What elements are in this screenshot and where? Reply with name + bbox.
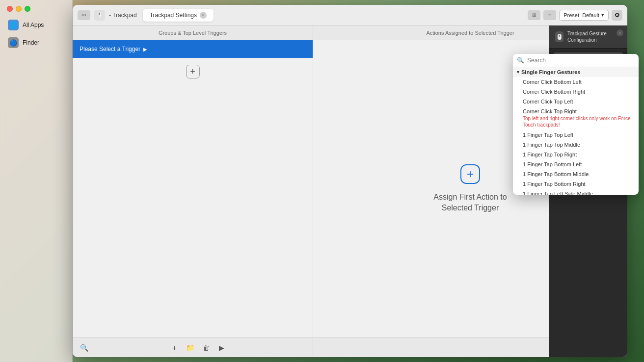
add-folder-button[interactable]: 📁 [185,342,196,353]
section-chevron-icon: ▾ [517,70,519,75]
left-panel: Groups & Top Level Triggers Please Selec… [73,26,313,357]
folder-icon: 📁 [186,344,194,352]
finder-icon: 🔵 [8,37,19,48]
assign-action-text: Assign First Action to Selected Trigger [433,192,507,214]
dropdown-search-icon: 🔍 [517,57,524,64]
left-panel-header: Groups & Top Level Triggers [73,26,313,40]
add-trigger-button[interactable]: + [186,65,200,78]
search-icon: 🔍 [80,344,88,352]
gear-icon: ⚙ [615,12,620,19]
sidebar-item-all-apps[interactable]: 🌐 All Apps [3,17,69,33]
dropdown-item-warning-cctr: Top left and right corner clicks only wo… [513,115,639,130]
assign-action-button[interactable]: + [460,164,480,184]
left-bottom-toolbar: 🔍 + 📁 🗑 ▶ [73,337,313,357]
trash-icon: 🗑 [203,344,210,352]
list-icon: ≡ [548,12,551,18]
dropdown-item-1tbr[interactable]: 1 Finger Tap Bottom Right [513,179,639,189]
dropdown-list: ▾ Single Finger Gestures Corner Click Bo… [513,67,639,195]
add-item-button[interactable]: + [169,342,180,353]
nav-back-button[interactable]: ‹‹‹ [78,10,90,20]
titlebar-right: ⊞ ≡ Preset: Default ▾ ⚙ [528,10,622,21]
app-icon: 🖱️ [94,10,105,21]
dropdown-search-bar: 🔍 [513,54,639,67]
dropdown-item-ccbl[interactable]: Corner Click Bottom Left [513,77,639,87]
gear-button[interactable]: ⚙ [612,10,622,21]
dropdown-search-input[interactable] [527,57,635,64]
view-grid-button[interactable]: ⊞ [528,10,540,20]
dropdown-item-cctr[interactable]: Corner Click Top Right [513,106,639,115]
close-button[interactable] [7,6,13,12]
tab-close-button[interactable]: × [200,12,207,19]
view-list-button[interactable]: ≡ [543,10,556,20]
side-config-close-button[interactable]: × [617,29,623,36]
app-name: - Trackpad [109,12,137,19]
dropdown-section-header[interactable]: ▾ Single Finger Gestures [513,67,639,77]
toolbar-left-group: 🔍 [79,342,89,353]
selected-trigger-row[interactable]: Please Select a Trigger ▶ [73,40,313,58]
sidebar-item-label: All Apps [23,22,44,28]
selected-trigger-text: Please Select a Trigger [80,46,140,52]
trigger-arrow-icon: ▶ [143,47,147,52]
side-config-title: Trackpad Gesture Configuration [567,30,621,43]
left-panel-content: Please Select a Trigger ▶ + [73,40,313,337]
traffic-lights [0,0,72,16]
side-config-icon: 🖱️ [555,31,564,42]
dropdown-item-1tbm[interactable]: 1 Finger Tap Bottom Middle [513,169,639,179]
dropdown-item-1ttl[interactable]: 1 Finger Tap Top Left [513,130,639,140]
add-icon: + [172,344,176,352]
search-button[interactable]: 🔍 [79,342,89,353]
minimize-button[interactable] [16,6,22,12]
preset-selector[interactable]: Preset: Default ▾ [559,10,609,21]
dropdown-item-1tbl[interactable]: 1 Finger Tap Bottom Left [513,159,639,169]
side-config-header: 🖱️ Trackpad Gesture Configuration × [549,26,627,49]
preset-label: Preset: Default [564,12,599,18]
all-apps-icon: 🌐 [8,20,19,30]
titlebar: ‹‹‹ 🖱️ - Trackpad Trackpad Settings × ⊞ … [73,5,627,26]
toolbar-center-group: + 📁 🗑 ▶ [89,342,307,353]
play-icon: ▶ [219,344,224,352]
dropdown-item-1ttr[interactable]: 1 Finger Tap Top Right [513,150,639,159]
assign-plus-icon: + [467,167,474,181]
play-button[interactable]: ▶ [216,342,227,353]
trackpad-settings-tab[interactable]: Trackpad Settings × [143,9,214,22]
maximize-button[interactable] [25,6,30,12]
dropdown-item-cctl[interactable]: Corner Click Top Left [513,97,639,106]
grid-icon: ⊞ [532,12,536,18]
sidebar-finder-label: Finder [23,39,39,46]
gesture-dropdown: 🔍 ▾ Single Finger Gestures Corner Click … [513,54,639,195]
add-trigger-plus-icon: + [190,67,195,77]
delete-item-button[interactable]: 🗑 [201,342,212,353]
tab-label: Trackpad Settings [150,12,197,19]
preset-chevron-icon: ▾ [601,12,604,18]
dropdown-item-1tlsm[interactable]: 1 Finger Tap Left Side Middle [513,189,639,195]
dropdown-item-ccbr[interactable]: Corner Click Bottom Right [513,87,639,97]
section-label: Single Finger Gestures [521,69,580,75]
sidebar-item-finder[interactable]: 🔵 Finder [3,34,69,51]
sidebar: 🌐 All Apps 🔵 Finder [0,0,73,362]
dropdown-item-1ttm[interactable]: 1 Finger Tap Top Middle [513,140,639,150]
